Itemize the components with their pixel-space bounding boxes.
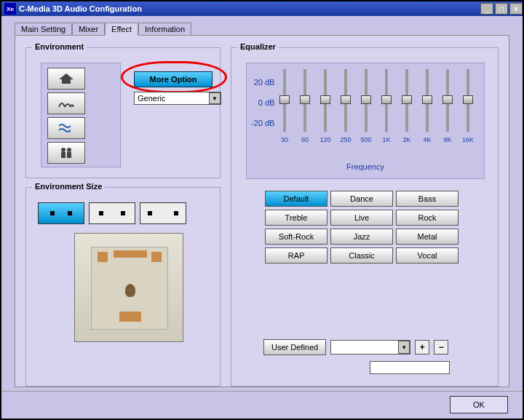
minimize-button[interactable]: _ bbox=[480, 3, 493, 15]
close-button[interactable]: × bbox=[509, 3, 523, 15]
environment-preset-panel bbox=[41, 63, 121, 167]
eq-preset-dance[interactable]: Dance bbox=[330, 191, 393, 207]
eq-slider-120[interactable]: 120 bbox=[319, 69, 331, 143]
environment-label: Environment bbox=[32, 42, 87, 51]
user-defined-add-button[interactable]: + bbox=[415, 340, 429, 354]
eq-preset-jazz[interactable]: Jazz bbox=[330, 229, 393, 245]
maximize-button[interactable]: □ bbox=[495, 3, 508, 15]
environment-group: Environment More Option Generic ▼ bbox=[25, 47, 221, 178]
env-preset-opera-icon[interactable] bbox=[47, 92, 85, 114]
svg-rect-4 bbox=[67, 152, 71, 158]
ok-button[interactable]: OK bbox=[450, 396, 508, 413]
equalizer-label: Equalizer bbox=[237, 42, 279, 51]
eq-freq-label: 1K bbox=[382, 136, 390, 143]
env-size-small-button[interactable] bbox=[38, 202, 84, 224]
eq-db-labels: 20 dB 0 dB -20 dB bbox=[251, 78, 274, 139]
titlebar: Xe C-Media 3D Audio Configuration _ □ × bbox=[1, 1, 523, 16]
eq-freq-label: 8K bbox=[443, 136, 451, 143]
eq-freq-label: 4K bbox=[423, 136, 431, 143]
eq-freq-label: 120 bbox=[319, 136, 330, 143]
tab-main-setting[interactable]: Main Setting bbox=[15, 23, 72, 36]
environment-size-label: Environment Size bbox=[32, 182, 105, 191]
env-preset-house-icon[interactable] bbox=[47, 68, 85, 90]
user-defined-name-input[interactable] bbox=[370, 361, 450, 374]
eq-slider-30[interactable]: 30 bbox=[279, 69, 290, 143]
tab-mixer[interactable]: Mixer bbox=[72, 23, 105, 36]
room-preview bbox=[74, 233, 183, 342]
env-preset-water-icon[interactable] bbox=[47, 117, 85, 139]
tab-effect[interactable]: Effect bbox=[105, 23, 138, 36]
svg-point-3 bbox=[67, 148, 71, 152]
eq-preset-bass[interactable]: Bass bbox=[396, 191, 458, 207]
eq-freq-label: 250 bbox=[340, 136, 351, 143]
equalizer-group: Equalizer 20 dB 0 dB -20 dB 306012025050… bbox=[231, 47, 499, 387]
eq-slider-1K[interactable]: 1K bbox=[381, 69, 392, 143]
eq-slider-2K[interactable]: 2K bbox=[401, 69, 413, 143]
dialog-footer: OK bbox=[1, 391, 523, 419]
chevron-down-icon: ▼ bbox=[398, 341, 410, 354]
environment-select[interactable]: Generic ▼ bbox=[134, 92, 221, 105]
eq-freq-label: 2K bbox=[402, 136, 410, 143]
eq-slider-500[interactable]: 500 bbox=[360, 69, 372, 143]
eq-slider-4K[interactable]: 4K bbox=[421, 69, 433, 143]
app-icon: Xe bbox=[4, 3, 16, 15]
eq-freq-label: 60 bbox=[301, 136, 309, 143]
svg-marker-0 bbox=[59, 74, 74, 84]
eq-preset-rap[interactable]: RAP bbox=[265, 247, 328, 264]
env-size-medium-button[interactable] bbox=[89, 202, 135, 224]
eq-freq-label: 16K bbox=[462, 136, 474, 143]
eq-preset-classic[interactable]: Classic bbox=[330, 247, 393, 264]
environment-size-group: Environment Size bbox=[25, 187, 221, 387]
tab-information[interactable]: Information bbox=[138, 23, 191, 36]
eq-slider-60[interactable]: 60 bbox=[299, 69, 311, 143]
tab-panel-effect: Environment More Option Generic ▼ Enviro… bbox=[15, 35, 509, 387]
eq-preset-live[interactable]: Live bbox=[330, 210, 393, 226]
user-defined-button[interactable]: User Defined bbox=[263, 339, 326, 355]
eq-freq-label: 500 bbox=[360, 136, 371, 143]
eq-slider-250[interactable]: 250 bbox=[340, 69, 352, 143]
svg-point-1 bbox=[61, 148, 66, 152]
user-defined-remove-button[interactable]: − bbox=[434, 340, 448, 354]
frequency-axis-label: Frequency bbox=[247, 162, 484, 171]
eq-preset-softrock[interactable]: Soft-Rock bbox=[265, 229, 328, 245]
user-defined-select[interactable]: ▼ bbox=[330, 340, 410, 354]
eq-preset-treble[interactable]: Treble bbox=[265, 210, 328, 226]
env-size-large-button[interactable] bbox=[140, 202, 186, 224]
tab-strip: Main Setting Mixer Effect Information bbox=[15, 22, 523, 35]
equalizer-panel: 20 dB 0 dB -20 dB 30601202505001K2K4K8K1… bbox=[246, 63, 485, 179]
env-preset-people-icon[interactable] bbox=[47, 142, 85, 164]
eq-preset-vocal[interactable]: Vocal bbox=[396, 247, 458, 264]
more-option-button[interactable]: More Option bbox=[134, 71, 213, 87]
window-title: C-Media 3D Audio Configuration bbox=[19, 4, 142, 13]
eq-preset-rock[interactable]: Rock bbox=[396, 210, 458, 226]
eq-slider-16K[interactable]: 16K bbox=[462, 69, 474, 143]
svg-rect-2 bbox=[61, 152, 66, 158]
eq-preset-default[interactable]: Default bbox=[265, 191, 328, 207]
chevron-down-icon: ▼ bbox=[209, 92, 221, 104]
eq-slider-8K[interactable]: 8K bbox=[442, 69, 453, 143]
environment-select-value: Generic bbox=[138, 94, 166, 103]
eq-preset-metal[interactable]: Metal bbox=[396, 229, 458, 245]
eq-freq-label: 30 bbox=[281, 136, 288, 143]
